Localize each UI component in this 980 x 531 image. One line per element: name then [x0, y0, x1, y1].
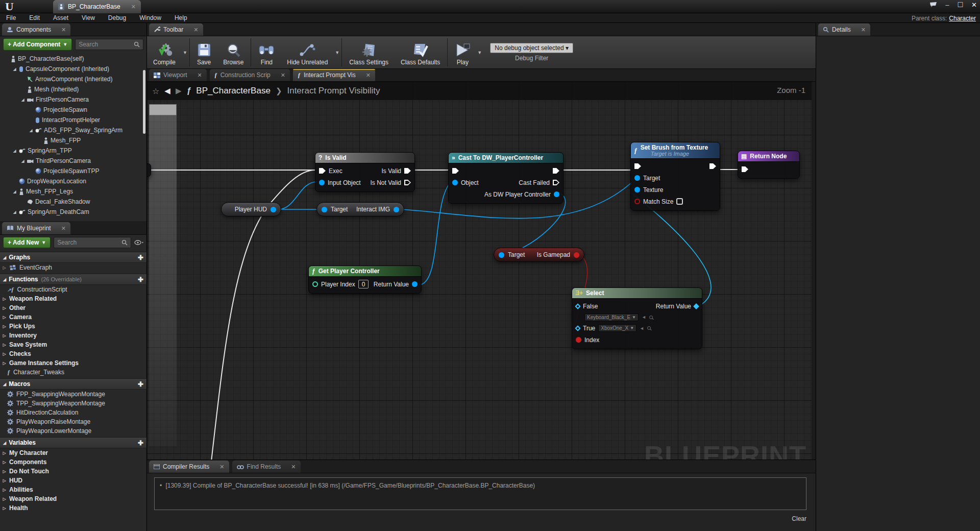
category-row[interactable]: ▷Weapon Related [0, 294, 146, 303]
tab-details[interactable]: Details ✕ [818, 23, 870, 36]
close-icon[interactable]: ✕ [131, 4, 136, 10]
section-header-macros[interactable]: ◢Macros✚ [0, 378, 146, 390]
close-icon[interactable]: ✕ [193, 27, 198, 33]
node-header[interactable]: ƒSet Brush from TextureTarget is Image [631, 142, 720, 159]
node-header[interactable]: »Cast To DW_PlayerController [449, 153, 563, 163]
close-icon[interactable]: ✕ [61, 225, 66, 232]
expander-arrow-icon[interactable]: ▷ [2, 352, 7, 356]
menu-file[interactable]: File [6, 14, 16, 21]
favorite-star-icon[interactable]: ☆ [152, 86, 159, 96]
close-icon[interactable]: ✕ [291, 464, 296, 470]
components-scrollbar[interactable] [143, 70, 145, 134]
node-set-brush-from-texture[interactable]: ƒSet Brush from TextureTarget is ImageTa… [630, 142, 720, 211]
close-icon[interactable]: ✕ [197, 72, 202, 79]
expander-arrow-icon[interactable]: ◢ [12, 67, 17, 71]
node-return-node[interactable]: ▤Return Node [738, 151, 800, 179]
component-row[interactable]: InteractPromptHelper [0, 115, 146, 125]
nav-back-icon[interactable]: ◀ [164, 86, 170, 95]
category-row[interactable]: ▷Abilities [0, 485, 146, 494]
category-row[interactable]: ▷Camera [0, 312, 146, 322]
expander-arrow-icon[interactable]: ▷ [2, 451, 7, 455]
bottom-tab-compiler-results[interactable]: Compiler Results✕ [149, 461, 229, 473]
components-search-input[interactable]: Search [75, 39, 143, 50]
feedback-icon[interactable] [929, 2, 937, 8]
component-row[interactable]: ◢ThirdPersonCamera [0, 156, 146, 166]
breadcrumb-root[interactable]: BP_CharacterBase [196, 86, 271, 96]
expander-arrow-icon[interactable]: ▷ [2, 343, 7, 347]
category-row[interactable]: ▷My Character [0, 448, 146, 457]
class-defaults-button[interactable]: Class Defaults [395, 36, 446, 68]
compiler-results-log[interactable]: • [1309.39] Compile of BP_CharacterBase … [154, 477, 806, 510]
minimize-button[interactable]: – [945, 1, 949, 9]
node-get-player-controller[interactable]: ƒGet Player ControllerPlayer Index0Retur… [308, 266, 422, 294]
data-pin[interactable] [634, 187, 640, 192]
category-row[interactable]: ▷HUD [0, 476, 146, 485]
play-button[interactable]: Play [449, 36, 476, 68]
menu-edit[interactable]: Edit [29, 14, 40, 21]
component-row[interactable]: ProjectileSpawnTPP [0, 166, 146, 176]
expander-arrow-icon[interactable]: ▷ [2, 306, 7, 310]
menu-debug[interactable]: Debug [108, 14, 126, 21]
component-row[interactable]: ArrowComponent (Inherited) [0, 74, 146, 84]
close-icon[interactable]: ✕ [219, 464, 224, 470]
pin-value-input[interactable]: 0 [358, 280, 369, 288]
tab-components[interactable]: Components ✕ [2, 23, 70, 36]
node-player-hud[interactable]: Player HUD [221, 202, 281, 216]
chevron-down-icon[interactable]: ▼ [335, 50, 339, 55]
expander-arrow-icon[interactable]: ◢ [12, 189, 17, 194]
expander-arrow-icon[interactable]: ◢ [12, 210, 17, 214]
component-row[interactable]: ◢CapsuleComponent (Inherited) [0, 64, 146, 74]
pin-value-dropdown[interactable]: XboxOne_X▼ [598, 324, 636, 332]
add-icon[interactable]: ✚ [138, 276, 143, 283]
expander-arrow-icon[interactable]: ▷ [2, 297, 7, 301]
blueprint-item-row[interactable]: ƒCharacter_Tweaks [0, 368, 146, 377]
visibility-filter-icon[interactable] [134, 239, 143, 246]
wildcard-pin[interactable] [575, 325, 580, 331]
expander-arrow-icon[interactable]: ▷ [2, 497, 7, 501]
section-collapse-arrow-icon[interactable]: ◢ [3, 382, 6, 387]
add-icon[interactable]: ✚ [138, 380, 143, 388]
my-blueprint-search-input[interactable]: Search [54, 237, 131, 248]
find-button[interactable]: Find [252, 36, 281, 68]
graph-canvas[interactable]: ?Is ValidExecIs ValidInput ObjectIs Not … [147, 82, 812, 482]
section-header-graphs[interactable]: ◢Graphs✚ [0, 252, 146, 263]
expander-arrow-icon[interactable]: ▷ [2, 460, 7, 465]
blueprint-item-row[interactable]: ▷EventGraph [0, 263, 146, 272]
exec-pin[interactable] [634, 163, 641, 169]
add-component-button[interactable]: + Add Component▼ [3, 38, 72, 51]
data-pin[interactable] [452, 180, 458, 185]
data-pin[interactable] [412, 281, 418, 287]
exec-pin[interactable] [404, 180, 411, 185]
graph-tab-construction-scrip[interactable]: ƒConstruction Scrip✕ [210, 69, 290, 81]
category-row[interactable]: ▷Save System [0, 340, 146, 349]
tab-my-blueprint[interactable]: My Blueprint ✕ [2, 222, 70, 234]
section-collapse-arrow-icon[interactable]: ◢ [3, 277, 6, 282]
expander-arrow-icon[interactable]: ▷ [2, 333, 7, 338]
data-pin[interactable] [634, 199, 640, 204]
component-row[interactable]: ◢Mesh_FPP_Legs [0, 186, 146, 197]
expander-arrow-icon[interactable]: ▷ [2, 315, 7, 320]
data-pin[interactable] [322, 207, 327, 212]
section-collapse-arrow-icon[interactable]: ◢ [3, 255, 6, 260]
save-button[interactable]: Save [191, 36, 217, 68]
blueprint-item-row[interactable]: TPP_SwappingWeaponMontage [0, 399, 146, 408]
maximize-button[interactable]: ☐ [957, 1, 963, 9]
exec-pin[interactable] [404, 168, 411, 174]
data-pin[interactable] [319, 180, 325, 185]
exec-pin[interactable] [742, 166, 748, 172]
exec-pin[interactable] [452, 168, 459, 174]
graph-tab-viewport[interactable]: Viewport✕ [149, 69, 207, 81]
menu-view[interactable]: View [82, 14, 95, 21]
node-header[interactable]: Ǝ+Select [572, 288, 702, 299]
category-row[interactable]: ▷Other [0, 303, 146, 312]
reset-to-default-icon[interactable]: ◄ [642, 315, 646, 320]
nav-forward-icon[interactable]: ▶ [176, 86, 182, 95]
node-header[interactable]: ?Is Valid [315, 153, 414, 163]
component-row[interactable]: ◢FirstPersonCamera [0, 94, 146, 105]
exec-pin[interactable] [709, 163, 716, 169]
compile-button[interactable]: Compile [147, 36, 182, 68]
close-icon[interactable]: ✕ [861, 27, 866, 33]
expander-arrow-icon[interactable]: ◢ [20, 159, 25, 163]
graph-tab-interact-prompt-vis[interactable]: ƒInteract Prompt Vis✕ [293, 69, 375, 81]
node-header[interactable]: ƒGet Player Controller [309, 266, 421, 277]
